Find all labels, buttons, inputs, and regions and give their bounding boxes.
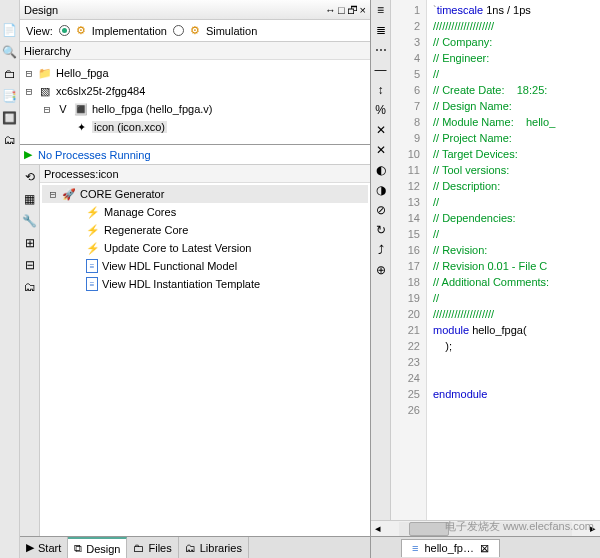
code-line[interactable]: // Engineer: [433, 50, 600, 66]
tab-start[interactable]: ▶Start [20, 537, 68, 558]
editor-tool-icon[interactable]: ≣ [373, 22, 389, 38]
editor-tool-icon[interactable]: ◑ [373, 182, 389, 198]
processes-tree[interactable]: ⊟🚀CORE Generator⚡Manage Cores⚡Regenerate… [40, 183, 370, 536]
tree-item[interactable]: ⊟V🔳hello_fpga (hello_fpga.v) [22, 100, 368, 118]
editor-tool-icon[interactable]: ✕ [373, 142, 389, 158]
code-line[interactable]: // [433, 66, 600, 82]
code-line[interactable]: module hello_fpga( [433, 322, 600, 338]
code-editor[interactable]: `timescale 1ns / 1ps////////////////////… [427, 0, 600, 520]
toolbar-icon[interactable]: 🔧 [22, 213, 38, 229]
line-number: 3 [391, 34, 420, 50]
code-line[interactable]: // Tool versions: [433, 162, 600, 178]
tree-item[interactable]: ✦icon (icon.xco) [22, 118, 368, 136]
process-icon: ≡ [86, 259, 98, 273]
tree-item-label: hello_fpga (hello_fpga.v) [92, 103, 212, 115]
toolbar-icon[interactable]: ⟲ [22, 169, 38, 185]
expand-icon[interactable]: ⊟ [24, 67, 34, 80]
editor-tool-icon[interactable]: ≡ [373, 2, 389, 18]
process-item[interactable]: ⚡Manage Cores [42, 203, 368, 221]
line-number: 6 [391, 82, 420, 98]
code-line[interactable]: //////////////////// [433, 18, 600, 34]
code-line[interactable] [433, 402, 600, 418]
toolbar-icon[interactable]: ⊟ [22, 257, 38, 273]
code-line[interactable]: // Design Name: [433, 98, 600, 114]
tab-icon: ⧉ [74, 542, 82, 555]
expand-icon[interactable]: ⊟ [42, 103, 52, 116]
editor-tool-icon[interactable]: — [373, 62, 389, 78]
line-number: 4 [391, 50, 420, 66]
window-control-icon[interactable]: 🗗 [347, 4, 358, 16]
tree-item[interactable]: ⊟📁Hello_fpga [22, 64, 368, 82]
editor-tool-icon[interactable]: ◐ [373, 162, 389, 178]
editor-tab[interactable]: ≡ hello_fp… ⊠ [401, 539, 500, 557]
code-line[interactable]: // Revision: [433, 242, 600, 258]
window-control-icon[interactable]: □ [338, 4, 345, 16]
close-icon[interactable]: ⊠ [480, 542, 489, 555]
line-number: 25 [391, 386, 420, 402]
implementation-label[interactable]: Implementation [92, 25, 167, 37]
process-item[interactable]: ≡View HDL Functional Model [42, 257, 368, 275]
toolbar-icon[interactable]: 🗂 [22, 279, 38, 295]
toolbar-icon[interactable]: 📄 [2, 22, 18, 38]
simulation-label[interactable]: Simulation [206, 25, 257, 37]
code-line[interactable]: // Create Date: 18:25: [433, 82, 600, 98]
processes-label: Processes: icon [40, 165, 370, 183]
code-line[interactable]: // Additional Comments: [433, 274, 600, 290]
expand-icon[interactable]: ⊟ [48, 188, 58, 201]
code-line[interactable]: // Module Name: hello_ [433, 114, 600, 130]
play-icon: ▶ [24, 148, 32, 161]
toolbar-icon[interactable]: 🗂 [2, 132, 18, 148]
code-line[interactable]: // Target Devices: [433, 146, 600, 162]
code-line[interactable]: // [433, 290, 600, 306]
editor-tool-icon[interactable]: ⤴ [373, 242, 389, 258]
code-line[interactable]: // Company: [433, 34, 600, 50]
code-line[interactable]: ); [433, 338, 600, 354]
hierarchy-tree[interactable]: ⊟📁Hello_fpga⊟▧xc6slx25t-2fgg484⊟V🔳hello_… [20, 60, 370, 144]
toolbar-icon[interactable]: ⊞ [22, 235, 38, 251]
code-line[interactable]: endmodule [433, 386, 600, 402]
editor-tool-icon[interactable]: ↕ [373, 82, 389, 98]
editor-tool-icon[interactable]: ✕ [373, 122, 389, 138]
code-line[interactable]: `timescale 1ns / 1ps [433, 2, 600, 18]
window-control-icon[interactable]: ↔ [325, 4, 336, 16]
tab-design[interactable]: ⧉Design [68, 537, 127, 558]
code-line[interactable]: // Revision 0.01 - File C [433, 258, 600, 274]
design-panel-header: Design ↔□🗗× [20, 0, 370, 20]
code-line[interactable] [433, 354, 600, 370]
toolbar-icon[interactable]: 🗀 [2, 66, 18, 82]
line-number: 14 [391, 210, 420, 226]
scroll-thumb[interactable] [409, 522, 449, 536]
editor-tool-icon[interactable]: ⊕ [373, 262, 389, 278]
window-control-icon[interactable]: × [360, 4, 366, 16]
process-status-bar: ▶ No Processes Running [20, 145, 370, 165]
process-item[interactable]: ≡View HDL Instantiation Template [42, 275, 368, 293]
code-line[interactable]: // [433, 194, 600, 210]
toolbar-icon[interactable]: 🔍 [2, 44, 18, 60]
toolbar-icon[interactable]: ▦ [22, 191, 38, 207]
editor-tool-icon[interactable]: ↻ [373, 222, 389, 238]
code-line[interactable]: // Description: [433, 178, 600, 194]
code-line[interactable]: //////////////////// [433, 306, 600, 322]
tree-item-label: icon (icon.xco) [92, 121, 167, 133]
editor-tool-icon[interactable]: ⊘ [373, 202, 389, 218]
tab-libraries[interactable]: 🗂Libraries [179, 537, 249, 558]
process-item[interactable]: ⚡Regenerate Core [42, 221, 368, 239]
node-icon: ▧ [38, 84, 52, 98]
radio-implementation[interactable] [59, 25, 70, 36]
toolbar-icon[interactable]: 📑 [2, 88, 18, 104]
process-item-label: Regenerate Core [104, 224, 188, 236]
code-line[interactable]: // Dependencies: [433, 210, 600, 226]
tree-item[interactable]: ⊟▧xc6slx25t-2fgg484 [22, 82, 368, 100]
toolbar-icon[interactable]: 🔲 [2, 110, 18, 126]
editor-tool-icon[interactable]: ⋯ [373, 42, 389, 58]
code-line[interactable]: // [433, 226, 600, 242]
code-line[interactable] [433, 370, 600, 386]
radio-simulation[interactable] [173, 25, 184, 36]
process-item[interactable]: ⚡Update Core to Latest Version [42, 239, 368, 257]
editor-tool-icon[interactable]: % [373, 102, 389, 118]
expand-icon[interactable]: ⊟ [24, 85, 34, 98]
code-line[interactable]: // Project Name: [433, 130, 600, 146]
panel-title: Design [24, 4, 58, 16]
tab-files[interactable]: 🗀Files [127, 537, 178, 558]
process-item[interactable]: ⊟🚀CORE Generator [42, 185, 368, 203]
